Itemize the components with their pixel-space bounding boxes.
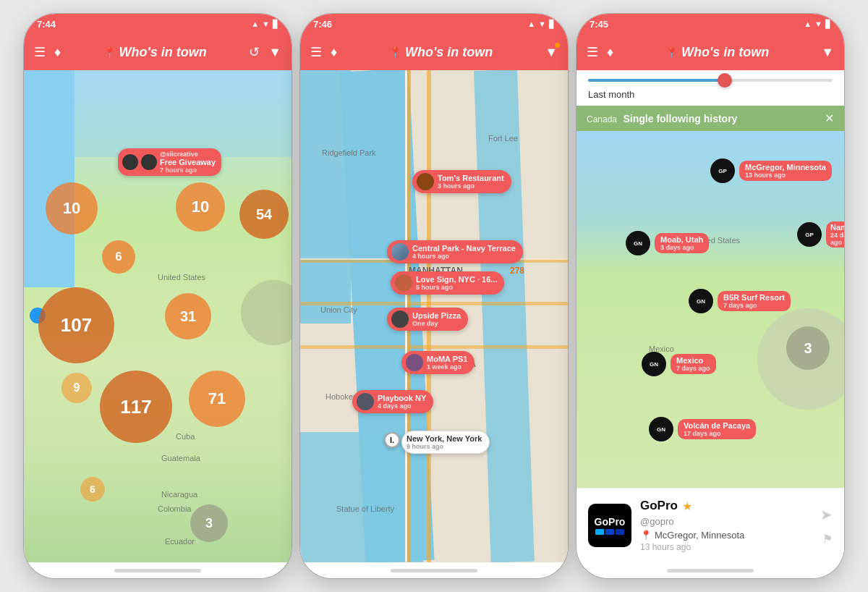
nav-title-3: 📍 Who's in town	[665, 45, 769, 60]
bubble-54: 54	[239, 190, 289, 239]
bubble-107: 107	[38, 287, 114, 363]
phone-3: 7:45 ▲ ▼ ▊ ☰ ♦ 📍 Who's in town ▼ Last mo…	[576, 14, 844, 578]
slider-thumb[interactable]	[718, 73, 732, 88]
slider-track[interactable]	[588, 79, 833, 82]
menu-icon-2[interactable]: ☰	[310, 44, 322, 60]
nyc-pin-ny[interactable]: New York, New York 9 hours ago	[401, 431, 490, 454]
map-2[interactable]: MANHATTAN Union City Hoboken Statue of L…	[300, 70, 568, 562]
bubble-71: 71	[189, 371, 245, 427]
nyc-pin-central[interactable]: Central Park - Navy Terrace 4 hours ago	[387, 240, 523, 263]
bubble-6-bottom: 6	[80, 477, 105, 502]
hist-pin-mcgregor[interactable]: GP McGregor, Minnesota 13 hours ago	[710, 158, 832, 183]
pin-avatar-pizza	[391, 310, 409, 328]
bubble-31: 31	[165, 293, 211, 339]
banner-title: Single following history	[624, 113, 738, 124]
pin-time-love: 5 hours ago	[416, 284, 497, 291]
app-title-1: Who's in town	[119, 45, 207, 60]
home-indicator-2	[300, 562, 568, 578]
app-title-2: Who's in town	[405, 45, 493, 60]
pin-avatar-toms	[417, 173, 434, 190]
bubble-10-center: 10	[176, 182, 225, 232]
hist-avatar-volcan: GN	[649, 417, 673, 441]
pin-time-moma: 1 week ago	[427, 363, 467, 371]
pin-time-central: 4 hours ago	[412, 253, 516, 260]
usa-map: United States Mexico Guatemala Nicaragua…	[24, 70, 292, 562]
status-icons-2: ▲ ▼ ▊	[527, 20, 555, 29]
card-name-row: GoPro ★	[640, 499, 812, 513]
nyc-map: MANHATTAN Union City Hoboken Statue of L…	[300, 70, 568, 562]
card-info: GoPro ★ @gopro 📍 McGregor, Minnesota 13 …	[640, 499, 812, 552]
phone-2: 7:46 ▲ ▼ ▊ ☰ ♦ 📍 Who's in town ▼	[300, 14, 568, 578]
home-indicator-1	[24, 562, 292, 578]
nyc-dot-ny[interactable]: I.	[384, 432, 400, 448]
flag-icon[interactable]: ⚑	[822, 532, 833, 546]
signal-icon-2: ▲	[527, 20, 535, 28]
nyc-pin-playbook[interactable]: Playbook NY 4 days ago	[352, 390, 433, 413]
banner-prefix: Canada	[587, 114, 617, 124]
hist-pin-volcan[interactable]: GN Volcán de Pacaya 17 days ago	[649, 417, 756, 441]
card-location-row: 📍 McGregor, Minnesota	[640, 530, 812, 541]
hist-avatar-moab: GN	[626, 231, 650, 255]
hist-pin-nanti[interactable]: GP Nanti... 24 days ago	[797, 221, 844, 248]
card-star-icon: ★	[682, 499, 692, 513]
send-icon[interactable]: ➤	[820, 506, 833, 523]
signal-icon-3: ▲	[804, 20, 812, 28]
pin-icon-3: 📍	[665, 46, 678, 58]
nyc-pin-toms[interactable]: Tom's Restaurant 3 hours ago	[412, 170, 511, 193]
status-icons-3: ▲ ▼ ▊	[804, 20, 831, 29]
banner-close[interactable]: ✕	[825, 111, 834, 125]
status-time-2: 7:46	[313, 19, 332, 30]
pin-name-playbook: Playbook NY	[378, 394, 426, 402]
map-1[interactable]: United States Mexico Guatemala Nicaragua…	[24, 70, 292, 562]
nyc-pin-love[interactable]: Love Sign, NYC · 16... 5 hours ago	[391, 271, 504, 295]
status-time-3: 7:45	[590, 19, 608, 30]
hist-pin-surf[interactable]: GN B5R Surf Resort 7 days ago	[689, 289, 791, 313]
status-time-1: 7:44	[37, 19, 56, 30]
refresh-icon-1[interactable]: ↺	[249, 44, 260, 60]
history-map[interactable]: United States Mexico 3 GP McGregor, Minn…	[576, 131, 844, 488]
wifi-icon-3: ▼	[814, 20, 822, 28]
card-logo: GoPro	[588, 504, 631, 547]
label-colombia: Colombia	[158, 504, 191, 513]
card-logo-text: GoPro	[595, 516, 626, 528]
battery-icon-2: ▊	[549, 20, 555, 29]
bubble-10-left: 10	[46, 182, 98, 234]
profile-icon-2[interactable]: ♦	[331, 45, 337, 60]
pin-time-ny: 9 hours ago	[407, 443, 482, 450]
wifi-icon-1: ▼	[262, 20, 270, 28]
menu-icon-3[interactable]: ☰	[587, 44, 598, 60]
card-handle-row: @gopro	[640, 516, 812, 527]
nyc-pin-moma[interactable]: MoMA PS1 1 week ago	[401, 351, 475, 374]
gopro-logo-block-1	[595, 529, 604, 535]
nav-right-1: ↺ ▼	[249, 44, 281, 60]
card-name: GoPro	[640, 499, 678, 513]
slider-fill	[588, 79, 723, 82]
filter-icon-2[interactable]: ▼	[545, 45, 558, 60]
label-ecuador: Ecuador	[165, 537, 195, 546]
pin-avatar-love	[395, 274, 412, 292]
battery-icon-3: ▊	[825, 20, 831, 29]
profile-icon-3[interactable]: ♦	[607, 45, 613, 60]
pin-icon-1: 📍	[103, 46, 116, 58]
menu-icon-1[interactable]: ☰	[34, 44, 46, 60]
nav-right-2: ▼	[545, 45, 558, 60]
nav-title-1: 📍 Who's in town	[103, 45, 207, 60]
bubble-3-p1: 3	[190, 504, 228, 542]
hist-avatar-mexico: GN	[642, 352, 666, 376]
slider-label: Last month	[588, 86, 833, 100]
hist-pin-mexico[interactable]: GN Mexico 7 days ago	[642, 352, 716, 376]
filter-icon-3[interactable]: ▼	[821, 45, 834, 60]
app-title-3: Who's in town	[681, 45, 769, 60]
filter-icon-1[interactable]: ▼	[268, 45, 281, 60]
hist-pin-moab[interactable]: GN Moab, Utah 3 days ago	[626, 231, 709, 255]
card-time: 13 hours ago	[640, 542, 812, 552]
profile-icon-1[interactable]: ♦	[54, 45, 61, 60]
pin-name-love: Love Sign, NYC · 16...	[416, 275, 497, 284]
card-location-text: McGregor, Minnesota	[655, 530, 744, 541]
gopro-logo-block-3	[616, 529, 624, 535]
nyc-pin-pizza[interactable]: Upside Pizza One day	[387, 308, 468, 331]
bubble-117: 117	[100, 371, 172, 443]
wifi-icon-2: ▼	[538, 20, 546, 28]
bubble-6-top: 6	[102, 240, 135, 274]
pin-badge-1[interactable]: @slicreative Free Giveaway 7 hours ago	[118, 148, 221, 176]
